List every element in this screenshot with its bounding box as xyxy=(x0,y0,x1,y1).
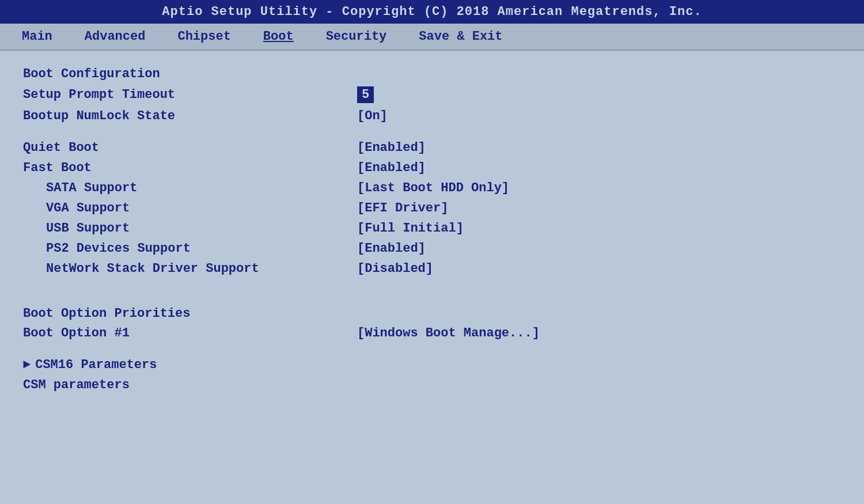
value-sata-support[interactable]: [Last Boot HDD Only] xyxy=(357,181,509,195)
title-bar: Aptio Setup Utility - Copyright (C) 2018… xyxy=(0,0,864,24)
section-boot-priority: Boot Option Priorities xyxy=(23,306,841,321)
row-csm16[interactable]: ► CSM16 Parameters xyxy=(23,355,841,375)
value-vga-support[interactable]: [EFI Driver] xyxy=(357,201,448,215)
value-usb-support[interactable]: [Full Initial] xyxy=(357,221,464,236)
nav-item-boot[interactable]: Boot xyxy=(259,27,298,46)
row-boot-option-1[interactable]: Boot Option #1 [Windows Boot Manage...] xyxy=(23,323,841,343)
section-boot-config: Boot Configuration xyxy=(23,67,841,81)
label-vga-support: VGA Support xyxy=(23,201,357,215)
row-numlock[interactable]: Bootup NumLock State [On] xyxy=(23,106,841,126)
row-csm-params[interactable]: CSM parameters xyxy=(23,375,841,395)
label-boot-option-1: Boot Option #1 xyxy=(23,326,357,340)
label-csm-params: CSM parameters xyxy=(23,378,357,392)
content-area: Boot Configuration Setup Prompt Timeout … xyxy=(0,51,864,504)
nav-item-chipset[interactable]: Chipset xyxy=(173,27,235,46)
value-boot-option-1[interactable]: [Windows Boot Manage...] xyxy=(357,326,540,340)
label-setup-prompt: Setup Prompt Timeout xyxy=(23,88,357,102)
row-fast-boot[interactable]: Fast Boot [Enabled] xyxy=(23,158,841,178)
title-text: Aptio Setup Utility - Copyright (C) 2018… xyxy=(162,5,702,19)
label-usb-support: USB Support xyxy=(23,221,357,236)
row-sata-support[interactable]: SATA Support [Last Boot HDD Only] xyxy=(23,178,841,198)
label-csm16: CSM16 Parameters xyxy=(35,358,157,372)
value-quiet-boot[interactable]: [Enabled] xyxy=(357,141,426,155)
value-fast-boot[interactable]: [Enabled] xyxy=(357,161,426,175)
value-numlock[interactable]: [On] xyxy=(357,109,388,123)
row-setup-prompt[interactable]: Setup Prompt Timeout 5 xyxy=(23,84,841,106)
row-ps2-support[interactable]: PS2 Devices Support [Enabled] xyxy=(23,238,841,259)
nav-item-advanced[interactable]: Advanced xyxy=(80,27,150,46)
nav-item-save-exit[interactable]: Save & Exit xyxy=(414,27,507,46)
row-vga-support[interactable]: VGA Support [EFI Driver] xyxy=(23,198,841,218)
bios-screen: Aptio Setup Utility - Copyright (C) 2018… xyxy=(0,0,864,504)
value-ps2-support[interactable]: [Enabled] xyxy=(357,241,426,256)
nav-item-security[interactable]: Security xyxy=(321,27,392,46)
row-network-stack[interactable]: NetWork Stack Driver Support [Disabled] xyxy=(23,259,841,279)
spacer-2 xyxy=(23,279,841,290)
row-quiet-boot[interactable]: Quiet Boot [Enabled] xyxy=(23,138,841,158)
label-numlock: Bootup NumLock State xyxy=(23,109,357,123)
label-ps2-support: PS2 Devices Support xyxy=(23,241,357,256)
nav-bar: Main Advanced Chipset Boot Security Save… xyxy=(0,24,864,51)
spacer-4 xyxy=(23,343,841,355)
spacer-1 xyxy=(23,126,841,138)
spacer-3 xyxy=(23,290,841,302)
label-sata-support: SATA Support xyxy=(23,181,357,195)
label-fast-boot: Fast Boot xyxy=(23,161,357,175)
label-network-stack: NetWork Stack Driver Support xyxy=(23,262,357,276)
csm16-arrow-icon: ► xyxy=(23,358,31,372)
nav-item-main[interactable]: Main xyxy=(17,27,57,46)
value-network-stack[interactable]: [Disabled] xyxy=(357,262,433,276)
row-usb-support[interactable]: USB Support [Full Initial] xyxy=(23,218,841,238)
label-quiet-boot: Quiet Boot xyxy=(23,141,357,155)
value-setup-prompt[interactable]: 5 xyxy=(357,86,374,103)
